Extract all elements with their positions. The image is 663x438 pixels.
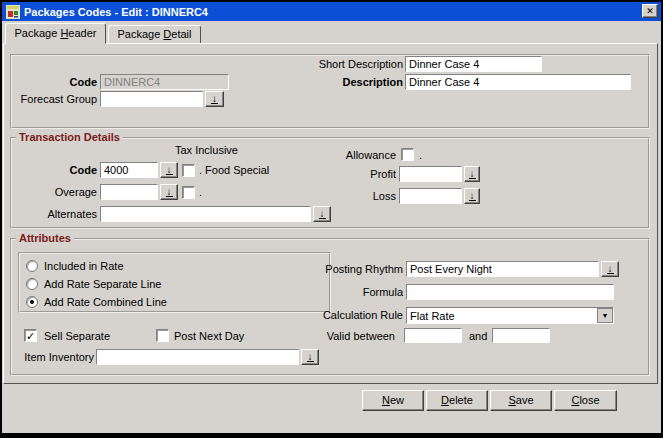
- lov-arrow-icon: ↓: [307, 352, 314, 362]
- tab-label-part: etail: [171, 28, 191, 40]
- and-label: and: [469, 329, 487, 344]
- save-button[interactable]: Save: [490, 390, 552, 411]
- posting-rhythm-field[interactable]: [406, 261, 599, 277]
- overage-label: Overage: [55, 185, 97, 200]
- overage-field[interactable]: [100, 184, 158, 200]
- posting-rhythm-lov-button[interactable]: ↓: [601, 261, 619, 277]
- item-inventory-lov-button[interactable]: ↓: [301, 349, 319, 365]
- loss-label: Loss: [373, 189, 396, 204]
- combo-arrow-icon: ▼: [602, 312, 609, 319]
- forecast-group-label: Forecast Group: [21, 92, 97, 107]
- lov-arrow-icon: ↓: [166, 187, 173, 197]
- button-label-part: elete: [449, 394, 473, 406]
- button-label-mnemonic: S: [508, 394, 515, 406]
- button-label-mnemonic: D: [441, 394, 449, 406]
- sell-separate-label: Sell Separate: [44, 329, 110, 344]
- item-inventory-label: Item Inventory: [24, 350, 94, 365]
- profit-field[interactable]: [399, 166, 462, 182]
- item-inventory-field[interactable]: [96, 349, 299, 365]
- radio-add-rate-separate-line[interactable]: [26, 278, 38, 290]
- description-label: Description: [342, 75, 403, 90]
- packages-codes-window: Packages Codes - Edit : DINNERC4 ✕ Packa…: [0, 0, 663, 438]
- short-description-label: Short Description: [319, 57, 403, 72]
- radio-add-rate-separate-line-label: Add Rate Separate Line: [44, 277, 161, 292]
- profit-label: Profit: [370, 167, 396, 182]
- radio-included-in-rate-label: Included in Rate: [44, 259, 124, 274]
- lov-arrow-icon: ↓: [469, 169, 476, 179]
- new-button[interactable]: New: [362, 390, 424, 411]
- allowance-checkbox[interactable]: [401, 148, 414, 161]
- app-icon[interactable]: [6, 5, 20, 19]
- code-label: Code: [70, 75, 98, 90]
- forecast-group-lov-button[interactable]: ↓: [205, 91, 224, 107]
- profit-lov-button[interactable]: ↓: [464, 166, 480, 182]
- lov-arrow-icon: ↓: [166, 165, 173, 175]
- overage-checkbox[interactable]: [182, 186, 195, 199]
- forecast-group-field[interactable]: [100, 91, 203, 107]
- post-next-day-checkbox[interactable]: [156, 329, 169, 342]
- dialog-frame: Packages Codes - Edit : DINNERC4 ✕ Packa…: [2, 2, 661, 433]
- lov-arrow-icon: ↓: [211, 94, 218, 104]
- window-title: Packages Codes - Edit : DINNERC4: [24, 6, 208, 18]
- overage-suffix-label: .: [199, 185, 202, 200]
- transaction-details-title: Transaction Details: [16, 131, 123, 144]
- calculation-rule-dropdown-button[interactable]: ▼: [597, 308, 613, 323]
- loss-lov-button[interactable]: ↓: [464, 188, 480, 204]
- delete-button[interactable]: Delete: [426, 390, 488, 411]
- tax-inclusive-label: Tax Inclusive: [175, 143, 238, 158]
- allowance-suffix-label: .: [419, 148, 422, 163]
- attributes-title: Attributes: [16, 232, 74, 245]
- lov-arrow-icon: ↓: [469, 191, 476, 201]
- formula-field[interactable]: [406, 284, 614, 300]
- overage-lov-button[interactable]: ↓: [160, 184, 178, 200]
- alternates-field[interactable]: [100, 206, 311, 222]
- calculation-rule-combobox[interactable]: [406, 307, 614, 324]
- valid-between-label: Valid between: [327, 329, 395, 344]
- valid-from-field[interactable]: [404, 328, 462, 343]
- calculation-rule-label: Calculation Rule: [323, 308, 403, 323]
- radio-selected-dot: [30, 300, 34, 304]
- loss-field[interactable]: [399, 188, 462, 204]
- short-description-field[interactable]: [405, 56, 542, 72]
- food-special-checkbox[interactable]: [182, 164, 195, 177]
- alternates-label: Alternates: [47, 207, 97, 222]
- valid-to-field[interactable]: [492, 328, 550, 343]
- alternates-lov-button[interactable]: ↓: [313, 206, 331, 222]
- transaction-code-field[interactable]: [100, 162, 158, 178]
- transaction-code-label: Code: [70, 163, 98, 178]
- radio-add-rate-combined-line[interactable]: [26, 296, 38, 308]
- description-field[interactable]: [405, 74, 631, 90]
- close-button[interactable]: Close: [554, 390, 617, 411]
- close-icon[interactable]: ✕: [642, 4, 658, 18]
- lov-arrow-icon: ↓: [607, 264, 614, 274]
- button-label-part: ew: [390, 394, 404, 406]
- sell-separate-checkbox[interactable]: ✓: [24, 329, 37, 342]
- tab-label-part: Package: [117, 28, 163, 40]
- allowance-label: Allowance: [346, 148, 396, 163]
- lov-arrow-icon: ↓: [319, 209, 326, 219]
- title-bar[interactable]: Packages Codes - Edit : DINNERC4 ✕: [2, 2, 661, 21]
- tab-label-part: Package: [15, 27, 61, 39]
- radio-add-rate-combined-line-label: Add Rate Combined Line: [44, 295, 167, 310]
- code-field: [100, 74, 229, 90]
- button-label-part: lose: [579, 394, 599, 406]
- tab-package-header[interactable]: Package Header: [5, 23, 106, 44]
- formula-label: Formula: [363, 285, 403, 300]
- tab-label-part: eader: [68, 27, 96, 39]
- food-special-label: . Food Special: [199, 163, 269, 178]
- transaction-code-lov-button[interactable]: ↓: [160, 162, 178, 178]
- button-label-mnemonic: N: [382, 394, 390, 406]
- radio-included-in-rate[interactable]: [26, 260, 38, 272]
- button-label-part: ave: [516, 394, 534, 406]
- post-next-day-label: Post Next Day: [174, 329, 244, 344]
- posting-rhythm-label: Posting Rhythm: [325, 262, 403, 277]
- tab-package-detail[interactable]: Package Detail: [108, 25, 201, 44]
